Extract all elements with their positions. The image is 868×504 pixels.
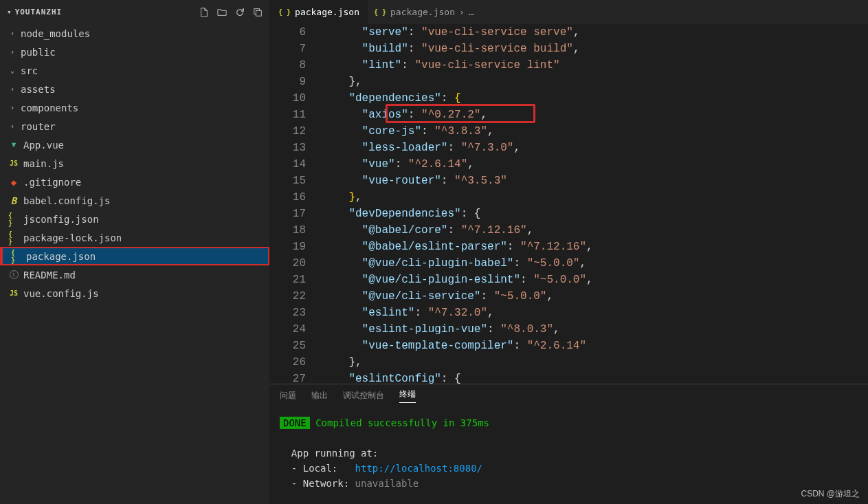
explorer-header: ▾ YOUTANZHI: [0, 0, 269, 24]
code-line-7[interactable]: "build": "vue-cli-service build",: [322, 41, 868, 57]
panel-tab-3[interactable]: 终端: [399, 388, 416, 403]
folder-components[interactable]: ›components: [0, 98, 269, 117]
chevron-icon: ›: [8, 30, 16, 37]
new-folder-icon[interactable]: [217, 8, 227, 17]
code-line-10[interactable]: "dependencies": {: [322, 90, 868, 107]
code-line-25[interactable]: "vue-template-compiler": "^2.6.14": [322, 338, 868, 354]
code-line-26[interactable]: },: [322, 354, 868, 371]
tree-item-label: package-lock.json: [23, 232, 122, 243]
chevron-down-icon[interactable]: ▾: [7, 8, 12, 17]
code-line-13[interactable]: "less-loader": "^7.3.0",: [322, 140, 868, 156]
file-app-vue[interactable]: ▼App.vue: [0, 135, 269, 154]
breadcrumb-sep: ›: [459, 7, 465, 17]
network-label: - Network:: [280, 478, 355, 489]
tree-item-label: src: [21, 65, 38, 76]
tree-item-label: .gitignore: [23, 177, 81, 188]
local-label: - Local:: [280, 463, 355, 474]
new-file-icon[interactable]: [199, 8, 209, 17]
chevron-icon: ›: [8, 122, 16, 130]
folder-assets[interactable]: ›assets: [0, 80, 269, 98]
file-jsconfig-json[interactable]: { }jsconfig.json: [0, 210, 269, 228]
code-line-14[interactable]: "vue": "^2.6.14",: [322, 156, 868, 173]
tree-item-label: public: [21, 47, 56, 58]
tree-item-label: node_modules: [21, 28, 90, 39]
breadcrumb-rest: …: [469, 7, 474, 17]
tree-item-label: jsconfig.json: [23, 214, 99, 225]
json-icon: { }: [374, 8, 386, 16]
network-value: unavailable: [355, 478, 419, 489]
code-line-19[interactable]: "@babel/eslint-parser": "^7.12.16",: [322, 239, 868, 255]
file-tree: ›node_modules›public⌄src›assets›componen…: [0, 24, 269, 504]
code-editor[interactable]: 6789101112131415161718192021222324252627…: [270, 24, 868, 384]
svg-rect-1: [256, 10, 261, 16]
tree-item-label: components: [21, 102, 78, 113]
file-babel-config-js[interactable]: Bbabel.config.js: [0, 191, 269, 210]
folder-router[interactable]: ›router: [0, 117, 269, 135]
tree-item-label: router: [21, 121, 56, 132]
tree-item-label: package.json: [26, 251, 96, 262]
chevron-icon: ›: [8, 85, 16, 93]
code-line-23[interactable]: "eslint": "^7.32.0",: [322, 305, 868, 321]
tab-package-json[interactable]: { } package.json: [270, 0, 368, 24]
tree-item-label: vue.config.js: [23, 288, 99, 299]
folder-public[interactable]: ›public: [0, 43, 269, 61]
code-line-12[interactable]: "core-js": "^3.8.3",: [322, 123, 868, 140]
code-line-11[interactable]: "axios": "^0.27.2",: [322, 107, 868, 123]
code-line-27[interactable]: "eslintConfig": {: [322, 371, 868, 384]
code-line-8[interactable]: "lint": "vue-cli-service lint": [322, 57, 868, 74]
bottom-panel: 问题输出调试控制台终端 DONE Compiled successfully i…: [270, 384, 868, 504]
main-panel: { } package.json { } package.json › … 67…: [270, 0, 868, 504]
tree-item-label: assets: [21, 84, 56, 95]
panel-tab-2[interactable]: 调试控制台: [343, 390, 384, 402]
code-line-17[interactable]: "devDependencies": {: [322, 206, 868, 222]
code-line-22[interactable]: "@vue/cli-service": "~5.0.0",: [322, 288, 868, 305]
breadcrumb-file: package.json: [390, 7, 455, 17]
panel-tab-0[interactable]: 问题: [280, 390, 296, 402]
code-line-15[interactable]: "vue-router": "^3.5.3": [322, 173, 868, 189]
code-line-6[interactable]: "serve": "vue-cli-service serve",: [322, 24, 868, 41]
code-line-9[interactable]: },: [322, 74, 868, 90]
tab-bar: { } package.json { } package.json › …: [270, 0, 868, 24]
chevron-icon: ⌄: [8, 67, 16, 74]
code-area[interactable]: "serve": "vue-cli-service serve", "build…: [318, 24, 868, 384]
breadcrumb[interactable]: { } package.json › …: [368, 7, 868, 17]
file-main-js[interactable]: JSmain.js: [0, 154, 269, 173]
done-badge: DONE: [280, 417, 310, 429]
panel-tab-1[interactable]: 输出: [311, 390, 328, 402]
collapse-all-icon[interactable]: [253, 8, 263, 17]
file-readme-md[interactable]: iREADME.md: [0, 265, 269, 284]
terminal-output[interactable]: DONE Compiled successfully in 375ms App …: [270, 407, 868, 504]
file-package-json[interactable]: { }package.json: [0, 247, 269, 265]
watermark: CSDN @游坦之: [801, 486, 860, 501]
folder-node-modules[interactable]: ›node_modules: [0, 24, 269, 43]
explorer-actions: [199, 8, 263, 17]
json-icon: { }: [278, 8, 291, 16]
code-line-16[interactable]: },: [322, 189, 868, 206]
file-package-lock-json[interactable]: { }package-lock.json: [0, 228, 269, 247]
gutter: 6789101112131415161718192021222324252627: [270, 24, 318, 384]
explorer-title: YOUTANZHI: [15, 8, 63, 17]
tree-item-label: App.vue: [23, 140, 64, 151]
compiled-msg: Compiled successfully in 375ms: [310, 417, 489, 428]
chevron-icon: ›: [8, 104, 16, 111]
code-line-20[interactable]: "@vue/cli-plugin-babel": "~5.0.0",: [322, 255, 868, 272]
tree-item-label: main.js: [23, 158, 64, 169]
local-url[interactable]: http://localhost:8080/: [355, 463, 482, 474]
chevron-icon: ›: [8, 48, 16, 56]
file--gitignore[interactable]: ◆.gitignore: [0, 173, 269, 191]
tab-label: package.json: [295, 7, 359, 17]
code-line-24[interactable]: "eslint-plugin-vue": "^8.0.3",: [322, 321, 868, 338]
code-line-18[interactable]: "@babel/core": "^7.12.16",: [322, 222, 868, 239]
panel-tabs: 问题输出调试控制台终端: [270, 384, 868, 407]
app-running-line: App running at:: [280, 446, 858, 461]
folder-src[interactable]: ⌄src: [0, 61, 269, 80]
code-line-21[interactable]: "@vue/cli-plugin-eslint": "~5.0.0",: [322, 272, 868, 288]
tree-item-label: README.md: [23, 270, 76, 281]
tree-item-label: babel.config.js: [23, 195, 110, 206]
explorer-sidebar: ▾ YOUTANZHI ›node_modules›public⌄src›ass…: [0, 0, 270, 504]
refresh-icon[interactable]: [235, 8, 245, 17]
file-vue-config-js[interactable]: JSvue.config.js: [0, 284, 269, 303]
